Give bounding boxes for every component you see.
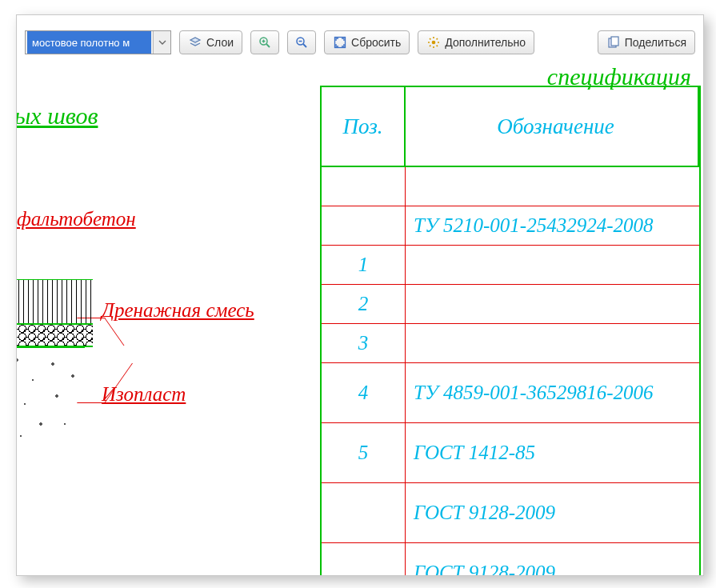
drawing-selector-value: мостовое полотно м	[27, 31, 151, 54]
chevron-down-icon	[155, 35, 170, 50]
col-header-designation: Обозначение	[406, 87, 699, 166]
fit-screen-icon	[333, 35, 347, 50]
table-row: 3	[322, 324, 699, 363]
table-row: 4 ТУ 4859-001-36529816-2006	[322, 363, 699, 423]
zoom-out-button[interactable]	[287, 30, 316, 54]
svg-point-3	[432, 41, 436, 45]
specification-table: Поз. Обозначение ТУ 5210-001-25432924-20…	[320, 86, 701, 576]
table-row: ТУ 5210-001-25432924-2008	[322, 206, 699, 246]
table-row: ГОСТ 9128-2009	[322, 483, 699, 543]
table-row: 5 ГОСТ 1412-85	[322, 423, 699, 483]
drawing-selector[interactable]: мостовое полотно м	[25, 30, 171, 54]
layers-icon	[188, 35, 202, 50]
viewer-frame: мостовое полотно м Слои	[16, 14, 704, 576]
table-row: ГОСТ 9128-2009	[322, 543, 699, 576]
layers-button[interactable]: Слои	[179, 30, 242, 54]
reset-button[interactable]: Сбросить	[324, 30, 410, 54]
table-row: 1	[322, 246, 699, 285]
drawing-selector-arrow[interactable]	[153, 31, 170, 54]
toolbar: мостовое полотно м Слои	[25, 30, 695, 54]
zoom-out-icon	[294, 35, 309, 50]
table-row: 2	[322, 285, 699, 324]
drawing-canvas[interactable]: спецификация ых швов фальтобетон Дренажн…	[17, 67, 703, 575]
extra-label: Дополнительно	[445, 36, 526, 49]
zoom-in-icon	[258, 35, 272, 50]
col-header-pos: Поз.	[322, 87, 406, 166]
reset-label: Сбросить	[351, 36, 401, 49]
svg-rect-5	[611, 37, 618, 46]
zoom-in-button[interactable]	[250, 30, 279, 54]
layers-label: Слои	[206, 36, 234, 49]
drawing-title-fragment: ых швов	[16, 102, 98, 130]
share-label: Поделиться	[625, 36, 686, 49]
annotation-drain-mix: Дренажная смесь	[102, 299, 254, 322]
gear-icon	[426, 35, 441, 50]
share-icon	[606, 35, 621, 50]
share-button[interactable]: Поделиться	[598, 30, 695, 54]
annotation-asphalt: фальтобетон	[17, 208, 136, 230]
table-header: Поз. Обозначение	[322, 86, 699, 167]
extra-button[interactable]: Дополнительно	[418, 30, 534, 54]
section-drawing	[16, 279, 93, 451]
table-row	[322, 167, 699, 206]
